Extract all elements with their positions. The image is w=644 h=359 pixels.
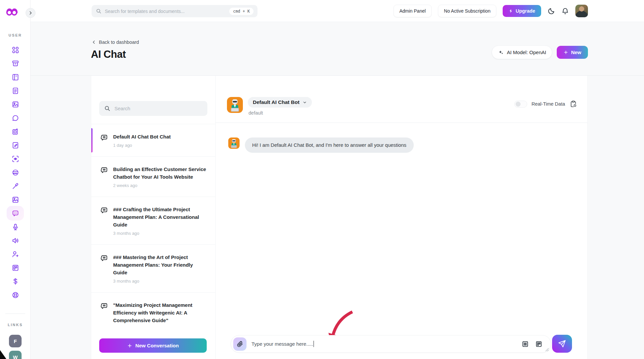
keyboard-shortcut-badge: cmd + K [229, 8, 253, 15]
back-label: Back to dashboard [99, 40, 139, 45]
upgrade-button[interactable]: Upgrade [503, 5, 541, 17]
conversation-item-active[interactable]: Default AI Chat Bot Chat1 day ago [91, 124, 215, 157]
bot-selector-dropdown[interactable]: Default AI Chat Bot [248, 97, 312, 108]
kanban-icon[interactable] [7, 264, 23, 272]
attachment-button[interactable] [233, 337, 247, 351]
dollar-icon[interactable] [7, 277, 23, 285]
new-chat-button[interactable]: New [557, 46, 588, 59]
conversation-item[interactable]: ### Mastering the Art of Project Managem… [91, 245, 215, 293]
conversation-title: ### Crafting the Ultimate Project Manage… [113, 206, 208, 228]
sidebar-divider [5, 314, 25, 314]
mouse-cursor [0, 350, 6, 359]
user-avatar[interactable] [575, 5, 588, 17]
ai-model-button[interactable]: AI Model: OpenAI [492, 45, 552, 59]
ai-model-label: AI Model: OpenAI [507, 49, 546, 55]
send-button[interactable] [552, 335, 572, 353]
chat-area: Default AI Chat Bot default Real-Time Da… [216, 76, 587, 359]
new-conversation-button[interactable]: New Conversation [99, 338, 207, 353]
dashboard-icon[interactable] [7, 46, 23, 54]
clipboard-paste-button[interactable] [569, 100, 577, 108]
conversation-search-input[interactable] [114, 106, 203, 111]
conversation-item[interactable]: ### Crafting the Ultimate Project Manage… [91, 197, 215, 245]
new-label: New [571, 49, 581, 55]
toggle-knob [516, 102, 521, 107]
document-icon[interactable] [7, 87, 23, 95]
bot-avatar-small [228, 137, 240, 149]
microphone-icon[interactable] [7, 223, 23, 231]
topbar-actions: Admin Panel No Active Subscription Upgra… [394, 0, 588, 22]
message-icon [100, 166, 108, 188]
message-input[interactable]: Type your message here..... [251, 341, 521, 347]
conversation-title: "Maximizing Project Management Efficienc… [113, 301, 208, 324]
main-panel: Default AI Chat Bot Chat1 day ago Buildi… [91, 76, 588, 359]
clipboard-icon [569, 100, 577, 108]
plus-icon [127, 343, 132, 348]
conversation-search[interactable] [99, 101, 207, 116]
chevron-left-icon [92, 40, 96, 45]
sidebar-nav [0, 46, 31, 299]
conversation-items: Default AI Chat Bot Chat1 day ago Buildi… [91, 124, 215, 333]
conversation-list: Default AI Chat Bot Chat1 day ago Buildi… [91, 76, 216, 359]
message-icon [100, 206, 108, 236]
subscription-status-button[interactable]: No Active Subscription [438, 5, 496, 17]
dark-mode-toggle[interactable] [547, 7, 555, 15]
search-icon [96, 8, 102, 14]
conversation-title: Default AI Chat Bot Chat [113, 133, 171, 140]
image-alt-icon[interactable] [7, 196, 23, 204]
global-search[interactable]: cmd + K [92, 5, 257, 17]
chat-header-controls: Real-Time Data [514, 97, 577, 108]
paperclip-icon [236, 340, 244, 348]
sidebar-section-user: USER [0, 33, 31, 37]
topbar: cmd + K Admin Panel No Active Subscripti… [31, 0, 644, 22]
scan-eye-icon[interactable] [7, 155, 23, 163]
bot-tag: default [249, 110, 263, 116]
pen-icon[interactable] [7, 182, 23, 190]
upgrade-label: Upgrade [516, 8, 535, 14]
app-window: USER LINKS F W [0, 0, 644, 359]
life-ring-icon[interactable] [7, 291, 23, 299]
page-header: Back to dashboard AI Chat AI Model: Open… [31, 22, 644, 76]
message-icon [100, 302, 108, 324]
input-tools [521, 340, 543, 348]
chat-dots-icon-active[interactable] [7, 206, 24, 221]
moon-icon [547, 7, 555, 15]
plus-icon [563, 50, 568, 55]
resize-handle[interactable] [545, 348, 549, 351]
global-search-input[interactable] [105, 9, 226, 14]
file-edit-icon[interactable] [7, 141, 23, 149]
user-plus-icon[interactable] [7, 250, 23, 258]
document-lines-icon [521, 340, 529, 348]
bot-avatar [227, 97, 243, 113]
conversation-title: ### Mastering the Art of Project Managem… [113, 253, 208, 276]
notifications-button[interactable] [561, 7, 569, 15]
conversation-item[interactable]: Building an Effective Customer Service C… [91, 157, 215, 197]
back-to-dashboard-link[interactable]: Back to dashboard [92, 40, 139, 45]
conversation-time: 3 months ago [113, 231, 208, 236]
conversation-item[interactable]: "Maximizing Project Management Efficienc… [91, 293, 215, 333]
notebook-icon[interactable] [7, 73, 23, 81]
speaker-icon[interactable] [7, 236, 23, 244]
chat-bubble-icon[interactable] [7, 114, 23, 122]
conversation-time: 2 weeks ago [113, 183, 208, 188]
link-badge-f[interactable]: F [9, 335, 22, 347]
message-input-bar: Type your message here..... [231, 335, 551, 353]
realtime-data-toggle[interactable] [514, 101, 527, 108]
form-edit-icon[interactable] [7, 128, 23, 135]
conversation-title: Building an Effective Customer Service C… [113, 165, 208, 181]
link-badge-w[interactable]: W [9, 351, 22, 359]
notes-button[interactable] [521, 340, 529, 348]
page-title: AI Chat [91, 48, 126, 60]
message-icon [100, 254, 108, 284]
board-button[interactable] [535, 340, 543, 348]
archive-icon[interactable] [7, 59, 23, 67]
send-plane-icon [558, 339, 566, 348]
bot-name: Default AI Chat Bot [253, 99, 300, 105]
globe-www-icon[interactable] [7, 168, 23, 176]
new-conversation-label: New Conversation [135, 343, 179, 348]
admin-panel-button[interactable]: Admin Panel [394, 5, 432, 17]
text-cursor [314, 341, 314, 347]
image-icon[interactable] [7, 100, 23, 108]
conversation-time: 1 day ago [113, 143, 171, 148]
conversation-time: 3 months ago [113, 279, 208, 284]
sidebar-expand-button[interactable] [26, 8, 36, 18]
